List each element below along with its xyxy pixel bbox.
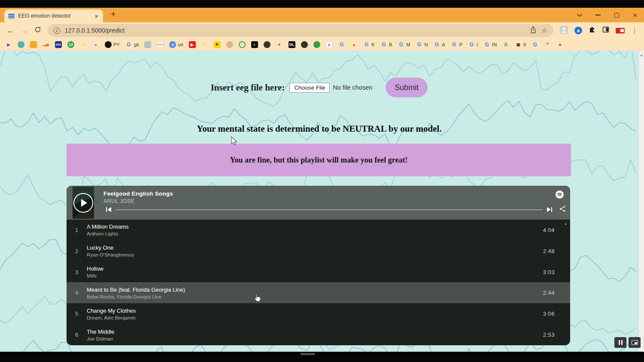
bookmark-github[interactable]: PY	[105, 41, 120, 48]
bookmark-printer[interactable]: ▤tt	[515, 41, 526, 48]
track-row-3[interactable]: 3 Hollow Mills 3:03	[67, 262, 570, 283]
bookmark-g-n[interactable]: GN	[416, 41, 428, 48]
bookmark-phpmyadmin[interactable]: PMA	[157, 41, 164, 48]
track-number: 3	[75, 269, 87, 275]
bookmark-teal-circle[interactable]	[18, 41, 24, 48]
track-artist: Joe Dolman	[87, 336, 543, 341]
bookmark-eee[interactable]: EEE	[55, 41, 62, 48]
skip-next-icon[interactable]	[547, 206, 552, 214]
bookmark-g-i-label: I	[477, 42, 478, 47]
bookmark-g-i[interactable]: GI	[468, 41, 478, 48]
bookmark-g-p[interactable]: GP	[451, 41, 462, 48]
bookmark-url-shortener[interactable]: uurl	[169, 41, 183, 48]
scrollbar-up-icon[interactable]: ▲	[640, 54, 643, 57]
bookmark-g-m[interactable]: GM	[398, 41, 410, 48]
bookmark-overflow[interactable]: »	[556, 41, 563, 48]
window-minimize-button[interactable]	[595, 12, 601, 18]
bookmark-photos[interactable]: *	[544, 41, 551, 48]
bookmark-star-icon[interactable]: ☆	[541, 27, 547, 34]
choose-file-button[interactable]: Choose File	[289, 83, 330, 93]
skip-back-icon[interactable]	[106, 206, 111, 214]
bookmark-flame[interactable]: ▲	[351, 41, 358, 48]
bookmark-globe-dark-1[interactable]	[264, 41, 270, 48]
window-close-button[interactable]: ×	[632, 12, 638, 18]
bookmark-g-plain-2[interactable]: G	[532, 41, 538, 48]
profile-avatar-icon[interactable]	[560, 26, 568, 36]
track-row-5[interactable]: 5 Change My Clothes Dream, Alec Benjamin…	[67, 303, 570, 324]
bookmark-12-badge[interactable]: 12	[67, 41, 74, 48]
bookmark-g-plain-1-icon: G	[338, 41, 345, 48]
track-row-1[interactable]: 1 A Million Dreams Anthem Lights 4:04	[67, 220, 570, 241]
track-row-2[interactable]: 2 Lucky One Ryan O'Shaughnessy 2:48	[67, 241, 570, 262]
bookmark-g-n-label: N	[424, 42, 428, 47]
bookmark-youtube[interactable]: ▶	[189, 41, 196, 48]
extensions-puzzle-icon[interactable]	[589, 26, 596, 35]
bookmark-bw-split[interactable]: ◗	[251, 41, 258, 48]
bookmark-g-b[interactable]: GB	[380, 41, 392, 48]
track-duration: 3:06	[543, 311, 555, 317]
url-text[interactable]: 127.0.0.1:5000/predict	[65, 27, 525, 34]
bookmark-airtel[interactable]: a	[326, 41, 333, 48]
bookmark-g-k[interactable]: GK	[363, 41, 375, 48]
play-button[interactable]	[73, 193, 93, 213]
browser-menu-button[interactable]: ⋮	[631, 27, 638, 35]
tab-title: EEG emotion detector	[18, 13, 90, 19]
extension-red-icon[interactable]	[616, 28, 625, 33]
share-icon[interactable]	[530, 26, 537, 35]
track-title: Meant to Be (feat. Florida Georgia Line)	[87, 287, 543, 293]
bookmark-g-a[interactable]: GA	[433, 41, 445, 48]
share-playlist-icon[interactable]	[559, 205, 566, 214]
window-maximize-button[interactable]	[614, 12, 620, 18]
track-row-6[interactable]: 6 The Middle Joe Dolman 2:53	[67, 324, 570, 345]
url-bar[interactable]: i 127.0.0.1:5000/predict ☆	[48, 24, 553, 37]
tab-strip: EEG emotion detector × + ×	[0, 8, 644, 22]
video-overlay-controls	[614, 337, 641, 348]
reading-mode-icon[interactable]	[602, 26, 609, 35]
bookmark-dl[interactable]: DL	[289, 41, 295, 48]
new-tab-button[interactable]: +	[111, 10, 116, 18]
window-chevron-icon[interactable]	[577, 12, 583, 18]
reload-button[interactable]	[34, 26, 41, 35]
playlist-title[interactable]: Feelgood English Songs	[103, 190, 173, 197]
video-pause-button[interactable]	[614, 337, 626, 348]
bookmark-g-plain-2-icon: G	[532, 41, 538, 48]
bookmark-analytics[interactable]: ▂▄▆	[43, 41, 49, 48]
video-pip-button[interactable]	[629, 337, 641, 348]
bookmark-adsense[interactable]: ▲	[92, 41, 99, 48]
bookmark-g-git[interactable]: Ggit	[125, 41, 139, 48]
mood-banner: You are fine, but this playlist will mak…	[67, 144, 571, 176]
track-text: A Million Dreams Anthem Lights	[87, 223, 543, 236]
back-button[interactable]: ←	[7, 27, 14, 34]
bookmark-g-in[interactable]: GIN	[483, 41, 497, 48]
submit-button[interactable]: Submit	[386, 78, 428, 97]
page-scrollbar[interactable]: ▲	[638, 51, 644, 352]
bookmark-globe-green[interactable]	[313, 41, 320, 48]
extension-blue-icon[interactable]: a	[574, 27, 582, 34]
bookmark-gray-tool[interactable]	[144, 41, 151, 48]
tab-close-icon[interactable]: ×	[94, 13, 99, 19]
bookmark-photos-icon: *	[544, 41, 551, 48]
bookmark-heart[interactable]: ♥	[276, 41, 283, 48]
playlist-owner[interactable]: ARUL JOSE	[103, 198, 173, 204]
bookmark-google-ads[interactable]: ∕∕	[80, 41, 87, 48]
progress-bar[interactable]	[115, 209, 543, 210]
bookmark-aa-teal[interactable]: A	[502, 41, 509, 48]
spotify-logo-icon[interactable]	[556, 190, 564, 200]
bookmark-globe-dark-2[interactable]	[301, 41, 308, 48]
tab-favicon	[8, 14, 15, 18]
track-number: 6	[75, 332, 87, 338]
track-number: 1	[75, 227, 87, 233]
bookmark-globe-green-icon	[313, 41, 320, 48]
bookmark-face[interactable]	[226, 41, 233, 48]
bookmark-orange-wing[interactable]: ◗	[201, 41, 208, 48]
track-row-4[interactable]: 4 Meant to Be (feat. Florida Georgia Lin…	[67, 282, 570, 303]
bookmark-g-plain-1[interactable]: G	[338, 41, 345, 48]
site-info-icon[interactable]: i	[54, 27, 60, 34]
bookmark-arrow[interactable]: ▶	[5, 41, 12, 48]
bookmark-green-ring[interactable]	[239, 41, 246, 48]
bookmark-orange-box[interactable]	[30, 41, 37, 48]
bookmark-p-yellow[interactable]: P	[214, 41, 221, 48]
bookmark-globe-dark-2-icon	[301, 41, 308, 48]
tab-eeg-emotion-detector[interactable]: EEG emotion detector ×	[4, 9, 103, 22]
forward-button[interactable]: →	[21, 27, 28, 34]
